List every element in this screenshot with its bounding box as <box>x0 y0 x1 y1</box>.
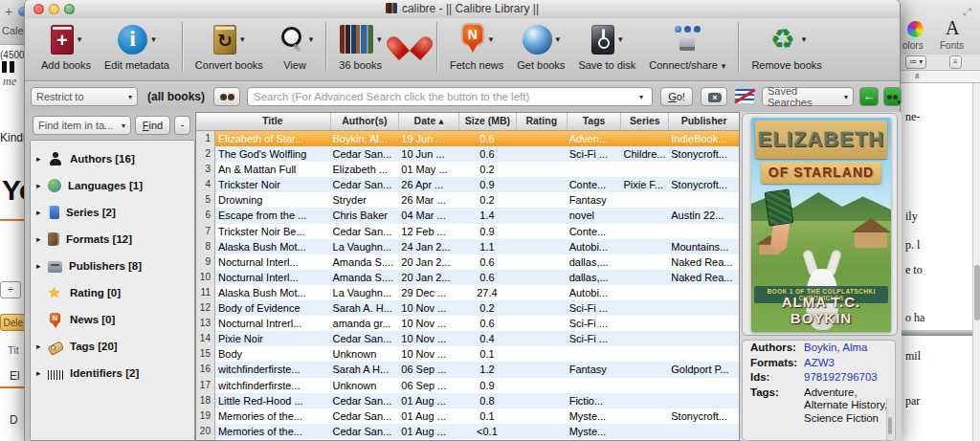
dropdown-arrow-icon[interactable]: ▾ <box>240 34 245 44</box>
toolbar-button-add-books[interactable]: ▾Add books <box>34 18 98 71</box>
toolbar-button-edit-metadata[interactable]: ▾Edit metadata <box>98 18 176 71</box>
delete-button-fragment[interactable]: Dele <box>0 314 26 331</box>
details-field-value[interactable]: AZW3 <box>804 357 835 370</box>
sidebar-item-rating[interactable]: Rating [0] <box>36 283 189 302</box>
new-tab-icon[interactable]: + <box>5 4 12 19</box>
table-row[interactable]: 17witchfinderfirste...Unknown06 Sep ...0… <box>196 378 739 393</box>
advanced-search-button[interactable] <box>213 87 240 106</box>
table-row[interactable]: 3An & Mattan FullElizabeth ...01 May ...… <box>196 162 739 177</box>
toolbar-button-remove-books[interactable]: ▾Remove books <box>745 18 828 71</box>
expand-arrow-icon[interactable]: ▸ <box>36 154 48 164</box>
expand-arrow-icon[interactable]: ▸ <box>36 208 48 217</box>
table-row[interactable]: 5DrowningStryder26 Mar ...0.2Fantasy <box>196 192 739 208</box>
table-row[interactable]: 16witchfinderfirste...Sarah A H...06 Sep… <box>196 362 739 377</box>
list-style-button[interactable]: ≔ ▾ <box>905 55 926 69</box>
table-header[interactable]: TitleAuthor(s)Date▲Size (MB)RatingTagsSe… <box>196 113 739 131</box>
sidebar-item-authors[interactable]: ▸Authors [16] <box>36 149 189 168</box>
column-header-series[interactable]: Series <box>620 113 668 130</box>
table-row[interactable]: 18Little Red-Hood ...Cedar San...01 Aug … <box>196 393 739 408</box>
find-button[interactable]: Find <box>135 116 170 135</box>
cell-series <box>620 224 668 239</box>
expand-arrow-icon[interactable]: ▸ <box>36 181 48 190</box>
column-header-tags[interactable]: Tags <box>567 113 621 130</box>
cell-date: 29 Dec ... <box>398 285 458 300</box>
sidebar-item-identifiers[interactable]: ▸Identifiers [2] <box>36 364 189 383</box>
expand-arrow-icon[interactable]: ▸ <box>36 234 48 244</box>
sidebar-item-tags[interactable]: ▸Tags [20] <box>36 337 189 356</box>
copy-search-button[interactable]: ← <box>859 87 879 106</box>
toolbar-button-library[interactable]: ▾36 books <box>332 18 389 71</box>
table-row[interactable]: 19Memories of the...Cedar San...01 Aug .… <box>196 408 739 424</box>
table-row[interactable]: 8Alaska Bush Mot...La Vaughn...24 Jan 2.… <box>196 239 739 254</box>
go-button[interactable]: Go! <box>660 87 693 106</box>
color-wheel-icon[interactable] <box>907 21 924 37</box>
toolbar-button-view[interactable]: ▾View <box>270 18 321 71</box>
align-button[interactable]: ≡ <box>949 55 962 69</box>
fonts-icon[interactable]: A <box>946 17 959 39</box>
saved-searches-dropdown[interactable]: Saved Searches▾ <box>762 87 854 106</box>
cell-n: 10 <box>196 270 215 285</box>
titlebar[interactable]: calibre - || Calibre Library || <box>25 0 900 19</box>
toolbar-button-donate[interactable] <box>389 18 431 59</box>
table-row[interactable]: 11Alaska Bush Mot...La Vaughn...29 Dec .… <box>196 285 739 300</box>
toolbar-button-connect-share[interactable]: Connect/share▾ <box>642 18 732 71</box>
highlight-toggle-icon[interactable] <box>735 89 754 103</box>
find-item-input[interactable]: Find item in ta...▾ <box>33 116 131 135</box>
column-header-author-s-[interactable]: Author(s) <box>330 113 399 130</box>
dropdown-arrow-icon[interactable]: ▾ <box>78 34 82 44</box>
table-row[interactable]: 2The God's WolflingCedar San...10 Jun ..… <box>196 146 739 162</box>
search-input[interactable] <box>247 87 653 106</box>
dropdown-arrow-icon[interactable]: ▾ <box>151 34 156 44</box>
details-field-value[interactable]: 978192796703 <box>804 371 878 385</box>
table-row[interactable]: 20Memories of the...Cedar San...01 Aug .… <box>196 424 739 439</box>
sidebar-item-publishers[interactable]: ▸Publishers [8] <box>36 256 189 276</box>
column-header-date[interactable]: Date▲ <box>398 113 458 130</box>
column-header-publisher[interactable]: Publisher <box>668 113 739 130</box>
expand-arrow-icon[interactable]: ▸ <box>36 342 48 351</box>
dropdown-arrow-icon[interactable]: ▾ <box>556 34 561 44</box>
toolbar-button-convert-books[interactable]: ▾Convert books <box>189 18 270 71</box>
table-row[interactable]: 6Escape from the ...Chris Baker04 Mar ..… <box>196 208 739 223</box>
column-header-rating[interactable]: Rating <box>516 113 567 130</box>
column-header-size-mb-[interactable]: Size (MB) <box>458 113 516 130</box>
book-cover[interactable]: ELIZABETH OF STARLAND BOOK 1 OF THE COLP… <box>751 118 891 332</box>
dropdown-arrow-icon[interactable]: ▾ <box>309 34 314 44</box>
save-search-button[interactable] <box>883 87 902 106</box>
toolbar-button-get-books[interactable]: ▾Get books <box>510 18 571 71</box>
table-row[interactable]: 10Nocturnal Interl...Amanda S....20 Jan … <box>196 270 739 285</box>
clear-search-button[interactable] <box>701 87 727 106</box>
collapse-all-button[interactable]: - <box>174 116 190 135</box>
expand-arrow-icon[interactable]: ▸ <box>36 261 48 271</box>
restrict-to-dropdown[interactable]: Restrict to▾ <box>31 87 138 106</box>
sidebar-item-series[interactable]: ▸Series [2] <box>36 203 189 222</box>
scrollbar-thumb[interactable] <box>974 265 980 320</box>
dropdown-arrow-icon[interactable]: ▾ <box>377 34 382 44</box>
search-history-arrow-icon[interactable]: ▾ <box>639 93 643 101</box>
details-scrollbar[interactable] <box>886 398 894 440</box>
toolbar-button-save-to-disk[interactable]: ▾Save to disk <box>571 18 642 71</box>
table-row[interactable]: 15BodyUnknown10 Nov ...0.1 <box>196 346 739 362</box>
table-row[interactable]: 12Body of EvidenceSarah A. H...10 Nov ..… <box>196 300 739 316</box>
table-row[interactable]: 4Trickster NoirCedar San...26 Apr ...0.9… <box>196 177 739 192</box>
toolbar-button-fetch-news[interactable]: ▾Fetch news <box>443 18 510 71</box>
table-row[interactable]: 1Elizabeth of Star...Boykin, Al...19 Jun… <box>196 131 739 146</box>
cell-n: 15 <box>196 346 215 362</box>
table-row[interactable]: 7Trickster Noir Be...Cedar San...12 Feb … <box>196 224 739 239</box>
expand-arrow-icon[interactable]: ▸ <box>36 368 48 378</box>
dropdown-arrow-icon[interactable]: ▾ <box>618 34 623 44</box>
stepper-control[interactable]: ÷ <box>0 281 21 298</box>
expand-icon[interactable]: ⤢ <box>963 6 971 18</box>
scrollbar[interactable] <box>972 83 980 441</box>
table-row[interactable]: 13Nocturnal Intrerl...amanda gr...10 Nov… <box>196 316 739 331</box>
dropdown-arrow-icon[interactable]: ▾ <box>802 34 807 44</box>
sidebar-item-languages[interactable]: ▸Languages [1] <box>36 176 189 195</box>
sidebar-item-news[interactable]: News [0] <box>36 310 189 329</box>
sidebar-item-formats[interactable]: ▸Formats [12] <box>36 230 189 249</box>
table-row[interactable]: 14Pixie NoirCedar San...10 Nov ...0.4Sci… <box>196 331 739 346</box>
table-row[interactable]: 9Nocturnal Interl...Amanda S....20 Jan 2… <box>196 254 739 270</box>
column-header-title[interactable]: Title <box>215 113 330 130</box>
dropdown-arrow-icon[interactable]: ▾ <box>489 34 494 44</box>
cell-size: 0.2 <box>458 300 516 316</box>
details-field-value[interactable]: Boykin, Alma <box>804 342 867 355</box>
dropdown-arrow-icon[interactable]: ▾ <box>722 61 726 71</box>
